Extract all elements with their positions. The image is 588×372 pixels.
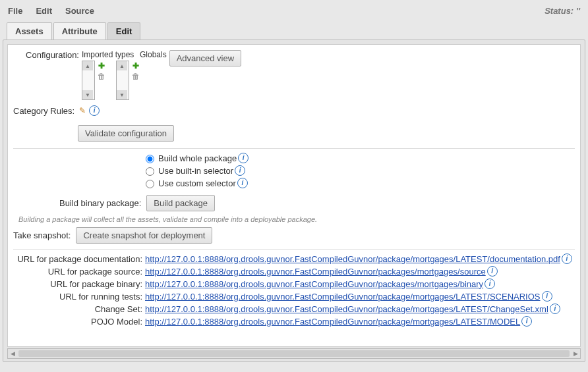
url-bin-label: URL for package binary: <box>13 279 145 289</box>
scroll-down-icon[interactable]: ▼ <box>82 90 93 99</box>
tab-attribute[interactable]: Attribute <box>53 22 106 40</box>
url-bin-link[interactable]: http://127.0.0.1:8888/org.drools.guvnor.… <box>145 279 483 289</box>
url-doc-link[interactable]: http://127.0.0.1:8888/org.drools.guvnor.… <box>145 254 560 264</box>
url-changeset-link[interactable]: http://127.0.0.1:8888/org.drools.guvnor.… <box>145 304 548 314</box>
pencil-icon[interactable]: ✎ <box>77 105 88 116</box>
category-rules-label: Category Rules: <box>13 106 77 116</box>
configuration-label: Configuration: <box>13 50 82 60</box>
url-pojo-link[interactable]: http://127.0.0.1:8888/org.drools.guvnor.… <box>145 317 520 327</box>
add-type-icon[interactable]: ✚ <box>96 61 107 71</box>
configuration-row: Configuration: Imported types Globals ▲ … <box>13 50 575 100</box>
info-icon[interactable]: i <box>89 105 100 116</box>
menu-source[interactable]: Source <box>65 6 94 16</box>
category-rules-row: Category Rules: ✎ i <box>13 105 575 116</box>
add-global-icon[interactable]: ✚ <box>131 61 141 71</box>
url-src-link[interactable]: http://127.0.0.1:8888/org.drools.guvnor.… <box>145 267 486 277</box>
url-tests-label: URL for running tests: <box>13 292 145 302</box>
snapshot-row: Take snapshot: Create snapshot for deplo… <box>13 227 575 244</box>
build-package-button[interactable]: Build package <box>146 195 215 211</box>
build-options: Build whole package i Use built-in selec… <box>142 153 575 188</box>
radio-custom-label: Use custom selector <box>158 178 236 188</box>
scroll-up-icon[interactable]: ▲ <box>117 61 127 70</box>
globals-header: Globals <box>140 50 167 59</box>
globals-block: ▲ ▼ ✚ 🗑 <box>116 61 141 100</box>
menubar: File Edit Source Status: '' <box>3 3 585 18</box>
snapshot-label: Take snapshot: <box>13 230 73 240</box>
url-doc-label: URL for package documentation: <box>13 254 145 264</box>
url-pojo-label: POJO Model: <box>13 317 145 327</box>
main-panel: Configuration: Imported types Globals ▲ … <box>3 40 585 362</box>
scroll-left-icon[interactable]: ◀ <box>8 350 17 358</box>
status-label: Status: '' <box>544 6 580 16</box>
info-icon[interactable]: i <box>485 279 495 289</box>
scroll-down-icon[interactable]: ▼ <box>117 90 127 99</box>
tab-bar: Assets Attribute Edit <box>3 22 585 40</box>
remove-global-icon[interactable]: 🗑 <box>131 71 141 82</box>
radio-build-whole[interactable] <box>146 155 154 163</box>
url-src-label: URL for package source: <box>13 267 145 277</box>
info-icon[interactable]: i <box>238 153 249 163</box>
menu-edit[interactable]: Edit <box>36 6 52 16</box>
validate-configuration-button[interactable]: Validate configuration <box>78 125 174 142</box>
edit-panel: Configuration: Imported types Globals ▲ … <box>7 44 581 347</box>
radio-builtin-selector[interactable] <box>146 167 154 176</box>
globals-list[interactable]: ▲ ▼ <box>116 61 129 100</box>
imported-types-block: ▲ ▼ ✚ 🗑 <box>82 61 107 100</box>
radio-builtin-label: Use built-in selector <box>158 166 233 176</box>
scrollbar-thumb[interactable] <box>18 350 570 357</box>
radio-custom-selector[interactable] <box>146 180 154 188</box>
scroll-right-icon[interactable]: ▶ <box>571 350 580 358</box>
advanced-view-button[interactable]: Advanced view <box>169 50 241 66</box>
info-icon[interactable]: i <box>521 316 532 327</box>
tab-edit[interactable]: Edit <box>107 22 141 40</box>
build-hint: Building a package will collect all the … <box>18 215 575 223</box>
info-icon[interactable]: i <box>542 291 552 302</box>
info-icon[interactable]: i <box>237 178 248 188</box>
radio-build-whole-label: Build whole package <box>158 153 237 163</box>
horizontal-scrollbar[interactable]: ◀ ▶ <box>7 348 581 359</box>
build-binary-label: Build binary package: <box>59 198 144 208</box>
remove-type-icon[interactable]: 🗑 <box>96 71 107 82</box>
create-snapshot-button[interactable]: Create snapshot for deployment <box>76 227 212 244</box>
info-icon[interactable]: i <box>550 304 560 314</box>
url-block: URL for package documentation: http://12… <box>13 249 575 327</box>
scroll-up-icon[interactable]: ▲ <box>82 61 93 70</box>
url-tests-link[interactable]: http://127.0.0.1:8888/org.drools.guvnor.… <box>145 292 541 302</box>
url-changeset-label: Change Set: <box>13 304 145 314</box>
info-icon[interactable]: i <box>487 266 498 277</box>
tab-assets[interactable]: Assets <box>7 22 52 40</box>
imported-types-header: Imported types <box>82 50 140 59</box>
menu-file[interactable]: File <box>8 6 22 16</box>
info-icon[interactable]: i <box>562 253 572 264</box>
imported-types-list[interactable]: ▲ ▼ <box>82 61 95 100</box>
info-icon[interactable]: i <box>235 165 245 176</box>
build-binary-row: Build binary package: Build package <box>59 195 575 211</box>
